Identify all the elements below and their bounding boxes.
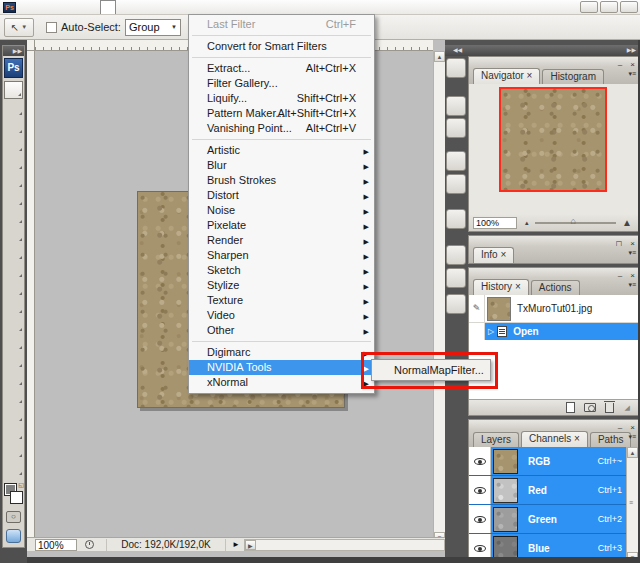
- filter-menu-item[interactable]: Digimarc ▶: [189, 345, 374, 360]
- zoom-level-field[interactable]: 100%: [35, 539, 77, 551]
- status-flyout-icon[interactable]: ►: [232, 540, 240, 549]
- filter-menu-item[interactable]: Convert for Smart Filters: [189, 39, 374, 54]
- history-brush-source-cell[interactable]: [469, 323, 485, 340]
- filter-menu-item[interactable]: [189, 32, 374, 39]
- scroll-up-icon[interactable]: ▲: [434, 51, 445, 62]
- screen-mode-button[interactable]: [6, 529, 21, 543]
- tab-layers[interactable]: Layers: [473, 432, 519, 447]
- align-right-edges-icon[interactable]: [463, 19, 478, 35]
- tab-channels[interactable]: Channels ×: [521, 431, 588, 447]
- menu-item[interactable]: [20, 0, 36, 14]
- filter-menu-item[interactable]: NVIDIA Tools ▶: [189, 360, 374, 375]
- filter-menu-item[interactable]: Render ▶: [189, 233, 374, 248]
- panel-menu-icon[interactable]: ▾≡: [628, 249, 636, 257]
- delete-state-icon[interactable]: [605, 403, 614, 413]
- panel-menu-icon[interactable]: ▾≡: [628, 281, 636, 289]
- color-icon[interactable]: [446, 245, 466, 265]
- scroll-right-icon[interactable]: ▶: [245, 540, 256, 550]
- horizontal-scrollbar[interactable]: ◀ ▶: [244, 539, 445, 551]
- filter-menu-item[interactable]: Texture ▶: [189, 293, 374, 308]
- background-color-swatch[interactable]: [10, 491, 23, 504]
- filter-menu-item[interactable]: [189, 54, 374, 61]
- character-icon[interactable]: [446, 151, 466, 171]
- visibility-cell[interactable]: [469, 505, 491, 533]
- align-top-edges-icon[interactable]: [378, 19, 393, 35]
- align-horizontal-centers-icon[interactable]: [448, 19, 463, 35]
- brush-tool[interactable]: [4, 207, 23, 225]
- auto-align-layers-icon[interactable]: [521, 19, 536, 35]
- spot-healing-brush-tool[interactable]: [4, 189, 23, 207]
- zoom-slider[interactable]: ⌂: [535, 222, 617, 224]
- RGB[interactable]: RGB Ctrl+~: [469, 447, 626, 476]
- align-bottom-edges-icon[interactable]: [418, 19, 433, 35]
- zoom-in-icon[interactable]: ▲: [622, 217, 632, 228]
- align-left-edges-icon[interactable]: [433, 19, 448, 35]
- smudge-tool[interactable]: [4, 297, 23, 315]
- channels-scrollbar[interactable]: ▲ ≡ ▼: [626, 447, 638, 563]
- distribute-icon[interactable]: [488, 19, 503, 35]
- paragraph-icon[interactable]: [446, 174, 466, 194]
- restore-button[interactable]: [600, 1, 618, 13]
- menu-item[interactable]: [52, 0, 68, 14]
- navigator-zoom-field[interactable]: 100%: [473, 217, 517, 229]
- dodge-tool[interactable]: [4, 315, 23, 333]
- new-document-from-state-icon[interactable]: [566, 402, 575, 413]
- filter-menu-item[interactable]: Liquify... Shift+Ctrl+X: [189, 91, 374, 106]
- quick-mask-button[interactable]: ○: [6, 511, 21, 523]
- history-snapshot-row[interactable]: ✎ TxMuroTut01.jpg: [469, 295, 638, 323]
- history-brush-tool[interactable]: [4, 243, 23, 261]
- filter-menu-item[interactable]: Pattern Maker... Alt+Shift+Ctrl+X: [189, 106, 374, 121]
- menu-item[interactable]: [68, 0, 84, 14]
- rectangular-marquee-tool[interactable]: [4, 99, 23, 117]
- zoom-out-icon[interactable]: ▴: [525, 219, 529, 227]
- filter-menu-item[interactable]: Pixelate ▶: [189, 218, 374, 233]
- pen-tool[interactable]: [4, 333, 23, 351]
- tab-history[interactable]: History ×: [473, 279, 529, 295]
- filter-menu-item[interactable]: [189, 338, 374, 345]
- close-button[interactable]: [620, 1, 638, 13]
- visibility-cell[interactable]: [469, 476, 491, 504]
- eyedropper-tool[interactable]: [4, 423, 23, 441]
- align-vertical-centers-icon[interactable]: [393, 19, 408, 35]
- filter-menu-item[interactable]: Other ▶: [189, 323, 374, 338]
- filter-menu-item[interactable]: [189, 136, 374, 143]
- zoom-slider-thumb[interactable]: ⌂: [570, 216, 575, 226]
- filter-menu-item[interactable]: Extract... Alt+Ctrl+X: [189, 61, 374, 76]
- history-brush-source-icon[interactable]: ✎: [469, 295, 485, 322]
- zoom-tool[interactable]: [4, 459, 23, 477]
- history-step-open[interactable]: ▷ Open: [469, 323, 638, 340]
- notes-tool[interactable]: [4, 405, 23, 423]
- tab-paths[interactable]: Paths: [590, 432, 632, 447]
- type-tool[interactable]: [4, 351, 23, 369]
- visibility-cell[interactable]: [469, 447, 491, 475]
- slice-tool[interactable]: [4, 171, 23, 189]
- navigator-preview[interactable]: [499, 87, 607, 192]
- expand-dock-icon[interactable]: ▶▶: [627, 45, 636, 56]
- scroll-up-icon[interactable]: ▲: [627, 447, 638, 458]
- panel-menu-icon[interactable]: ▾≡: [628, 433, 636, 441]
- styles-icon[interactable]: [446, 294, 466, 314]
- filter-menu-item[interactable]: xNormal ▶: [189, 375, 374, 390]
- resize-grip-icon[interactable]: ◢: [625, 404, 630, 412]
- auto-select-dropdown[interactable]: Group ▼: [125, 19, 181, 36]
- menu-item[interactable]: [148, 0, 164, 14]
- filter-menu-item[interactable]: Distort ▶: [189, 188, 374, 203]
- panel-menu-icon[interactable]: ▾≡: [628, 70, 636, 78]
- layer-comps-icon[interactable]: [446, 209, 466, 229]
- eraser-tool[interactable]: [4, 261, 23, 279]
- filter-menu-item[interactable]: Sharpen ▶: [189, 248, 374, 263]
- filter-menu-item[interactable]: Brush Strokes ▶: [189, 173, 374, 188]
- filter-menu-item[interactable]: Vanishing Point... Alt+Ctrl+V: [189, 121, 374, 136]
- tab-info[interactable]: Info ×: [473, 247, 514, 263]
- filter-menu-item[interactable]: Last Filter Ctrl+F: [189, 17, 374, 32]
- crop-tool[interactable]: [4, 153, 23, 171]
- filter-menu-item[interactable]: Blur ▶: [189, 158, 374, 173]
- menu-item[interactable]: [164, 0, 180, 14]
- Green[interactable]: Green Ctrl+2: [469, 505, 626, 534]
- path-selection-tool[interactable]: [4, 369, 23, 387]
- swatches-icon[interactable]: [446, 268, 466, 288]
- brushes-icon[interactable]: [446, 96, 466, 116]
- filter-menu-item[interactable]: Video ▶: [189, 308, 374, 323]
- vertical-scrollbar[interactable]: ▲ ▼: [433, 51, 445, 543]
- menu-item[interactable]: [36, 0, 52, 14]
